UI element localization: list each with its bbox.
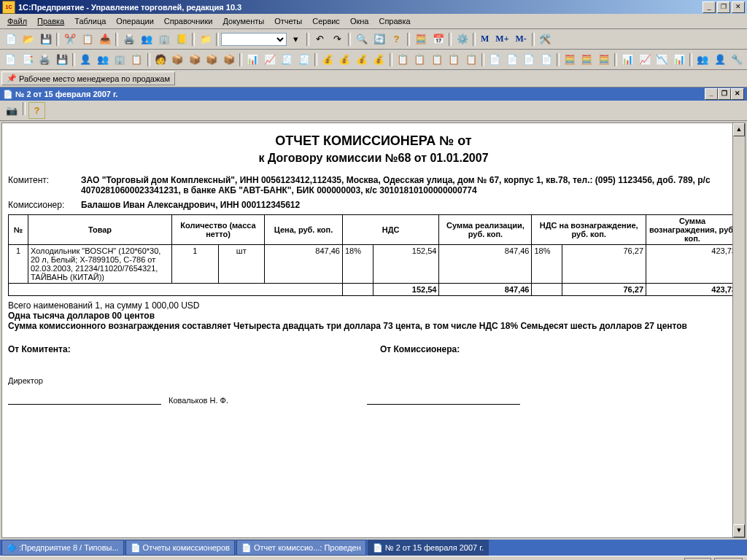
cut-icon[interactable]: ✂️	[61, 31, 78, 47]
tb2-34[interactable]: 📊	[619, 51, 635, 68]
tb2-9[interactable]: 🧑	[152, 51, 169, 68]
tb2-13[interactable]: 📦	[221, 51, 237, 68]
task-4[interactable]: 📄 № 2 от 15 февраля 2007 г.	[368, 540, 489, 556]
tb2-15[interactable]: 📈	[261, 51, 277, 68]
menu-reports[interactable]: Отчеты	[270, 15, 306, 27]
close-button[interactable]: ✕	[732, 1, 745, 13]
doc-restore-button[interactable]: ❐	[718, 88, 731, 100]
col-price: Цена, руб. коп.	[265, 215, 343, 245]
tools-icon[interactable]: 🛠️	[537, 31, 554, 47]
tb2-35[interactable]: 📈	[637, 51, 653, 68]
save-icon[interactable]: 💾	[37, 31, 54, 47]
tb2-2[interactable]: 📑	[19, 51, 35, 68]
workspace-tab[interactable]: 📌 Рабочее место менеджера по продажам	[1, 71, 175, 85]
tb2-18[interactable]: 💰	[320, 51, 336, 68]
tb2-1[interactable]: 📄	[2, 51, 18, 68]
tb2-3[interactable]: 🖨️	[36, 51, 53, 68]
tb2-11[interactable]: 📦	[187, 51, 203, 68]
menu-service[interactable]: Сервис	[308, 15, 344, 27]
menu-file[interactable]: Файл	[3, 15, 31, 27]
minimize-button[interactable]: _	[703, 1, 716, 13]
paste-icon[interactable]: 📥	[96, 31, 113, 47]
new-icon[interactable]: 📄	[2, 31, 19, 47]
tb2-36[interactable]: 📉	[654, 51, 670, 68]
tb2-8[interactable]: 📋	[128, 51, 144, 68]
tb2-40[interactable]: 🔧	[729, 51, 745, 68]
m-minus-button[interactable]: M-	[513, 31, 530, 47]
help-icon[interactable]: ?	[388, 31, 405, 47]
print-icon[interactable]: 🖨️	[120, 31, 137, 47]
doc-preview-icon[interactable]: 📷	[3, 102, 20, 119]
open-icon[interactable]: 📂	[20, 31, 36, 47]
m-button[interactable]: M	[478, 31, 492, 47]
task-2[interactable]: 📄 Отчеты комиссионеров	[125, 540, 235, 556]
sum-line-2: Одна тысяча долларов 00 центов	[8, 311, 739, 321]
toolbar-2: 📄 📑 🖨️ 💾 👤 👥 🏢 📋 🧑 📦 📦 📦 📦 📊 📈 🧾 🧾 💰 💰 💰…	[0, 50, 747, 70]
workspace-tab-label: Рабочее место менеджера по продажам	[19, 74, 170, 83]
tb2-6[interactable]: 👥	[94, 51, 110, 68]
doc-close-button[interactable]: ✕	[731, 88, 744, 100]
org-icon[interactable]: 🏢	[155, 31, 172, 47]
book-icon[interactable]: 📒	[173, 31, 190, 47]
tb2-25[interactable]: 📋	[446, 51, 462, 68]
tb2-27[interactable]: 📄	[487, 51, 503, 68]
run-icon[interactable]: ⚙️	[454, 31, 471, 47]
tb2-29[interactable]: 📄	[521, 51, 537, 68]
menu-edit[interactable]: Правка	[33, 15, 69, 27]
window-taskbar: 🔷 :Предприятие 8 / Типовы... 📄 Отчеты ко…	[0, 540, 747, 556]
menu-windows[interactable]: Окна	[346, 15, 374, 27]
tb2-37[interactable]: 📊	[671, 51, 687, 68]
tb2-38[interactable]: 👥	[694, 51, 711, 68]
tb2-21[interactable]: 💰	[371, 51, 387, 68]
tb2-20[interactable]: 💰	[354, 51, 370, 68]
search-icon[interactable]: 🔍	[353, 31, 370, 47]
tb2-23[interactable]: 📋	[411, 51, 427, 68]
task-1[interactable]: 🔷 :Предприятие 8 / Типовы...	[1, 540, 124, 556]
tb2-12[interactable]: 📦	[204, 51, 220, 68]
tb2-19[interactable]: 💰	[336, 51, 352, 68]
tb2-28[interactable]: 📄	[503, 51, 519, 68]
tb2-22[interactable]: 📋	[395, 51, 411, 68]
undo-icon[interactable]: ↶	[311, 31, 328, 47]
tb2-10[interactable]: 📦	[169, 51, 185, 68]
combo-1[interactable]	[221, 33, 287, 46]
refresh-icon[interactable]: 🔄	[371, 31, 387, 47]
tb2-26[interactable]: 📋	[462, 51, 479, 68]
task-3[interactable]: 📄 Отчет комиссио...: Проведен	[236, 540, 366, 556]
calendar-icon[interactable]: 📅	[430, 31, 446, 47]
tb2-39[interactable]: 👤	[711, 51, 727, 68]
m-plus-button[interactable]: M+	[492, 31, 511, 47]
tb2-14[interactable]: 📊	[244, 51, 260, 68]
col-item: Товар	[28, 215, 172, 245]
doc-icon: 📄	[3, 90, 13, 99]
menu-docs[interactable]: Документы	[218, 15, 268, 27]
dropdown-icon[interactable]: ▾	[287, 31, 304, 47]
tb2-16[interactable]: 🧾	[279, 51, 295, 68]
scroll-down-icon[interactable]: ▼	[733, 524, 745, 537]
tb2-17[interactable]: 🧾	[295, 51, 311, 68]
scroll-up-icon[interactable]: ▲	[733, 123, 745, 136]
redo-icon[interactable]: ↷	[329, 31, 346, 47]
tb2-7[interactable]: 🏢	[112, 51, 128, 68]
tb2-31[interactable]: 🧮	[562, 51, 578, 68]
doc-minimize-button[interactable]: _	[705, 88, 718, 100]
menu-refs[interactable]: Справочники	[160, 15, 217, 27]
doc-help-icon[interactable]: ?	[28, 102, 45, 119]
menu-help[interactable]: Справка	[374, 15, 414, 27]
menu-operations[interactable]: Операции	[112, 15, 158, 27]
tb2-4[interactable]: 💾	[53, 51, 69, 68]
restore-button[interactable]: ❐	[717, 1, 730, 13]
calc-icon[interactable]: 🧮	[412, 31, 429, 47]
document-titlebar: 📄 № 2 от 15 февраля 2007 г. _ ❐ ✕	[0, 88, 747, 101]
tb2-32[interactable]: 🧮	[578, 51, 595, 68]
users-icon[interactable]: 👥	[138, 31, 155, 47]
tb2-24[interactable]: 📋	[429, 51, 445, 68]
folder-icon[interactable]: 📁	[197, 31, 214, 47]
menu-table[interactable]: Таблица	[70, 15, 110, 27]
report-table: № Товар Количество (масса нетто) Цена, р…	[8, 214, 739, 296]
tb2-30[interactable]: 📄	[538, 51, 554, 68]
vertical-scrollbar[interactable]: ▲ ▼	[732, 123, 745, 537]
tb2-33[interactable]: 🧮	[596, 51, 612, 68]
copy-icon[interactable]: 📋	[79, 31, 96, 47]
tb2-5[interactable]: 👤	[77, 51, 93, 68]
